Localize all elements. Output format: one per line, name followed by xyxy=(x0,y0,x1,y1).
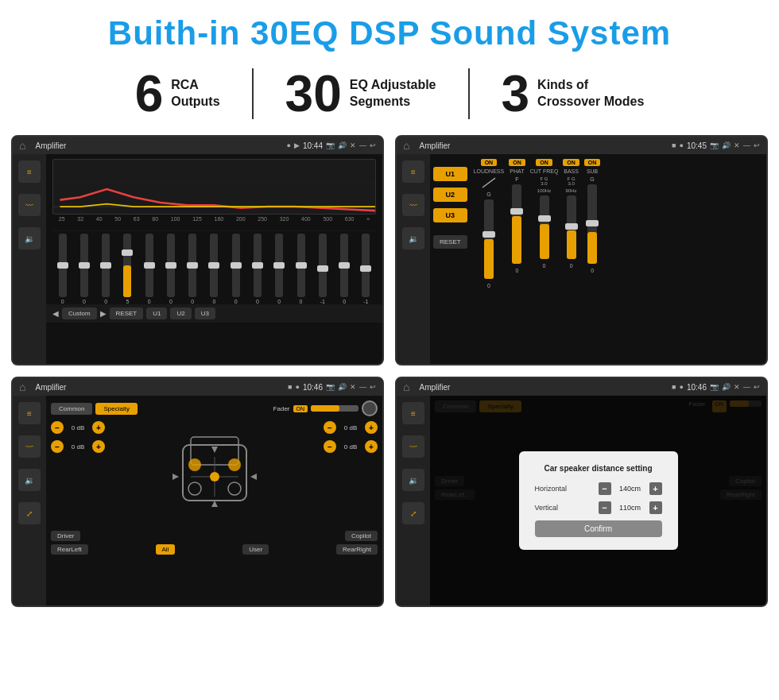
eq-track-8[interactable] xyxy=(232,234,240,297)
eq-u1-btn[interactable]: U1 xyxy=(146,307,167,319)
eq-thumb-7[interactable] xyxy=(208,262,219,269)
eq-reset-btn[interactable]: RESET xyxy=(110,307,144,319)
back-icon[interactable]: ↩ xyxy=(370,141,376,149)
close-icon-2[interactable]: ✕ xyxy=(734,141,740,149)
sp-speaker-btn[interactable]: 🔉 xyxy=(18,469,41,491)
eq-track-11[interactable] xyxy=(297,234,305,297)
bass-thumb[interactable] xyxy=(565,223,578,230)
fader-on[interactable]: ON xyxy=(293,405,308,412)
fader-bar[interactable] xyxy=(311,405,358,412)
sub-fader[interactable] xyxy=(587,184,597,264)
btn-copilot[interactable]: Copilot xyxy=(345,531,378,541)
loudness-fader[interactable] xyxy=(484,199,494,279)
eq-thumb-4[interactable] xyxy=(144,262,155,269)
db-plus-2[interactable]: + xyxy=(365,421,378,434)
phat-thumb[interactable] xyxy=(510,208,523,215)
sub-on[interactable]: ON xyxy=(584,159,601,166)
close-icon-4[interactable]: ✕ xyxy=(734,383,740,391)
dl-tune-btn[interactable]: ≡ xyxy=(402,402,424,424)
eq-wave-btn[interactable]: 〰 xyxy=(18,194,41,216)
sp-tune-btn[interactable]: ≡ xyxy=(18,402,41,424)
back-icon-3[interactable]: ↩ xyxy=(370,383,376,391)
tab-specialty[interactable]: Specialty xyxy=(95,403,137,415)
sp-wave-btn[interactable]: 〰 xyxy=(18,435,41,458)
eq-speaker-btn[interactable]: 🔉 xyxy=(18,227,41,249)
db-plus-3[interactable]: + xyxy=(365,440,378,453)
sp-expand-btn[interactable]: ⤢ xyxy=(18,502,41,524)
phat-fader[interactable] xyxy=(512,184,521,264)
preset-u2[interactable]: U2 xyxy=(433,188,467,202)
preset-u1[interactable]: U1 xyxy=(433,167,467,181)
horizontal-minus[interactable]: − xyxy=(599,482,611,495)
eq-thumb-5[interactable] xyxy=(165,262,176,269)
fader-knob[interactable] xyxy=(362,400,378,416)
db-plus-1[interactable]: + xyxy=(92,440,105,453)
dl-wave-btn[interactable]: 〰 xyxy=(402,435,424,458)
eq-track-1[interactable] xyxy=(80,234,88,297)
eq-track-5[interactable] xyxy=(167,234,175,297)
eq-track-10[interactable] xyxy=(275,234,283,297)
bass-fader[interactable] xyxy=(567,195,576,259)
btn-driver[interactable]: Driver xyxy=(51,531,80,541)
eq-thumb-14[interactable] xyxy=(360,265,371,272)
eq-prev-btn[interactable]: ◀ xyxy=(52,309,59,318)
vertical-minus[interactable]: − xyxy=(599,501,611,514)
confirm-button[interactable]: Confirm xyxy=(535,520,662,537)
eq-thumb-3[interactable] xyxy=(122,249,133,256)
btn-user[interactable]: User xyxy=(242,544,269,555)
preset-u3[interactable]: U3 xyxy=(433,208,467,222)
eq-thumb-2[interactable] xyxy=(100,262,111,269)
bass-on[interactable]: ON xyxy=(563,159,579,166)
btn-all[interactable]: All xyxy=(156,544,176,555)
dl-speaker-btn[interactable]: 🔉 xyxy=(402,469,424,491)
eq-custom-btn[interactable]: Custom xyxy=(62,307,97,319)
min-icon-4[interactable]: — xyxy=(743,383,750,391)
eq-track-2[interactable] xyxy=(102,234,110,297)
home-icon[interactable]: ⌂ xyxy=(19,139,25,152)
eq-thumb-11[interactable] xyxy=(296,262,307,269)
close-icon-3[interactable]: ✕ xyxy=(350,383,356,391)
eq-track-12[interactable] xyxy=(319,234,327,297)
crossover-reset[interactable]: RESET xyxy=(433,235,467,249)
eq-track-14[interactable] xyxy=(362,234,370,297)
dl-expand-btn[interactable]: ⤢ xyxy=(402,502,424,524)
close-icon[interactable]: ✕ xyxy=(350,141,356,149)
cutfreq-fader[interactable] xyxy=(540,195,549,259)
eq-track-7[interactable] xyxy=(210,234,218,297)
eq-thumb-13[interactable] xyxy=(339,262,350,269)
minimize-icon-2[interactable]: — xyxy=(743,141,750,149)
btn-rearleft[interactable]: RearLeft xyxy=(51,544,88,555)
eq-u3-btn[interactable]: U3 xyxy=(195,307,215,319)
home-icon-2[interactable]: ⌂ xyxy=(403,139,409,152)
eq-next-btn[interactable]: ▶ xyxy=(100,309,107,318)
tab-common[interactable]: Common xyxy=(51,403,92,415)
home-icon-3[interactable]: ⌂ xyxy=(19,381,25,393)
cutfreq-on[interactable]: ON xyxy=(536,159,552,166)
db-minus-3[interactable]: − xyxy=(324,440,336,453)
back-icon-2[interactable]: ↩ xyxy=(754,141,760,149)
vertical-plus[interactable]: + xyxy=(649,501,662,514)
eq-thumb-12[interactable] xyxy=(317,265,328,272)
eq-track-3[interactable] xyxy=(123,234,131,297)
eq-thumb-6[interactable] xyxy=(187,262,198,269)
sub-thumb[interactable] xyxy=(586,220,599,226)
min-icon-3[interactable]: — xyxy=(359,383,366,391)
home-icon-4[interactable]: ⌂ xyxy=(403,381,409,393)
db-minus-1[interactable]: − xyxy=(51,440,64,453)
eq-thumb-8[interactable] xyxy=(231,262,242,269)
back-icon-4[interactable]: ↩ xyxy=(754,383,760,391)
eq-thumb-10[interactable] xyxy=(273,262,285,269)
eq-thumb-1[interactable] xyxy=(79,262,90,269)
cr-wave-btn[interactable]: 〰 xyxy=(402,194,424,216)
eq-track-9[interactable] xyxy=(254,234,262,297)
eq-track-13[interactable] xyxy=(340,234,348,297)
eq-thumb-0[interactable] xyxy=(57,262,68,269)
loudness-on[interactable]: ON xyxy=(481,159,498,166)
eq-tune-btn[interactable]: ≡ xyxy=(18,160,41,183)
db-minus-2[interactable]: − xyxy=(324,421,336,434)
eq-track-0[interactable] xyxy=(59,234,67,297)
loudness-thumb[interactable] xyxy=(483,231,495,238)
cr-tune-btn[interactable]: ≡ xyxy=(402,160,424,183)
phat-on[interactable]: ON xyxy=(509,159,525,166)
eq-track-4[interactable] xyxy=(145,234,153,297)
